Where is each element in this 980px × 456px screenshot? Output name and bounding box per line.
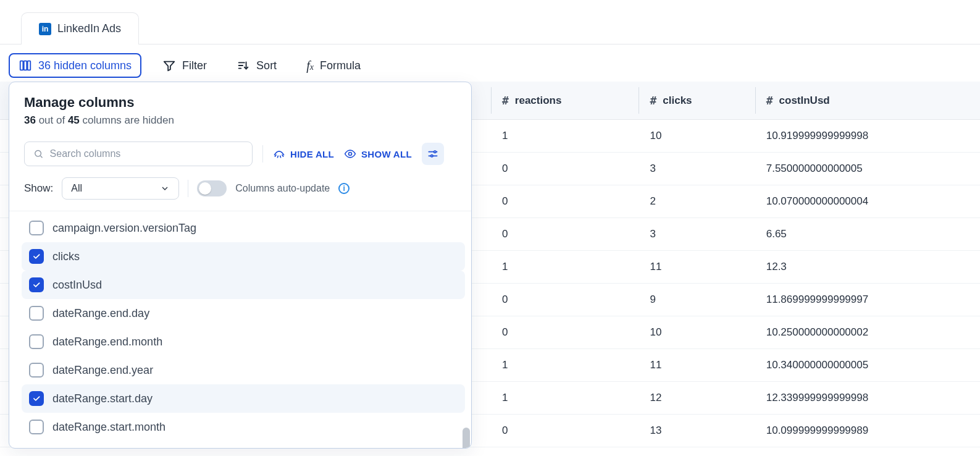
toolbar: 36 hidden columns Filter Sort fx Formula bbox=[0, 44, 980, 87]
svg-point-3 bbox=[35, 150, 41, 156]
svg-point-5 bbox=[434, 151, 436, 153]
manage-columns-popover: Manage columns 36 out of 45 columns are … bbox=[9, 82, 472, 449]
cell-costInUsd[interactable]: 10.099999999999989 bbox=[755, 415, 980, 447]
sort-button[interactable]: Sort bbox=[228, 54, 285, 77]
sort-icon bbox=[237, 59, 250, 72]
tab-linkedin-ads[interactable]: in LinkedIn Ads bbox=[21, 12, 139, 44]
cell-costInUsd[interactable]: 6.65 bbox=[755, 218, 980, 251]
cell-clicks[interactable]: 9 bbox=[639, 284, 755, 316]
checkbox[interactable] bbox=[29, 277, 44, 292]
auto-update-label: Columns auto-update bbox=[235, 183, 330, 194]
column-header-reactions[interactable]: #reactions bbox=[491, 82, 639, 120]
column-toggle-label: dateRange.end.year bbox=[52, 364, 153, 377]
cell-clicks[interactable]: 10 bbox=[639, 316, 755, 349]
popover-title: Manage columns bbox=[24, 95, 456, 111]
cell-costInUsd[interactable]: 7.550000000000005 bbox=[755, 153, 980, 185]
hidden-columns-button[interactable]: 36 hidden columns bbox=[9, 53, 141, 78]
column-toggle-item[interactable]: dateRange.end.day bbox=[22, 299, 465, 327]
tab-bar: in LinkedIn Ads bbox=[0, 0, 980, 44]
hide-all-label: HIDE ALL bbox=[290, 149, 334, 159]
cell-reactions[interactable]: 0 bbox=[491, 185, 639, 218]
cell-reactions[interactable]: 0 bbox=[491, 153, 639, 185]
cell-clicks[interactable]: 11 bbox=[639, 251, 755, 284]
checkbox[interactable] bbox=[29, 391, 44, 406]
cell-reactions[interactable]: 1 bbox=[491, 251, 639, 284]
show-select-value: All bbox=[71, 183, 82, 194]
cell-reactions[interactable]: 0 bbox=[491, 316, 639, 349]
chevron-down-icon bbox=[160, 184, 170, 193]
cell-costInUsd[interactable]: 11.869999999999997 bbox=[755, 284, 980, 316]
show-select[interactable]: All bbox=[62, 177, 179, 200]
cell-reactions[interactable]: 0 bbox=[491, 284, 639, 316]
svg-point-4 bbox=[349, 153, 352, 156]
column-settings-button[interactable] bbox=[422, 143, 444, 165]
popover-subtitle: 36 out of 45 columns are hidden bbox=[24, 114, 456, 127]
column-toggle-item[interactable]: costInUsd bbox=[22, 271, 465, 299]
cell-costInUsd[interactable]: 10.250000000000002 bbox=[755, 316, 980, 349]
funnel-icon bbox=[162, 59, 176, 72]
column-list[interactable]: campaign.version.versionTagclickscostInU… bbox=[9, 211, 471, 448]
cell-reactions[interactable]: 0 bbox=[491, 218, 639, 251]
column-toggle-item[interactable]: dateRange.end.month bbox=[22, 327, 465, 356]
auto-update-toggle[interactable] bbox=[197, 180, 227, 196]
scrollbar-thumb[interactable] bbox=[463, 428, 470, 448]
cell-costInUsd[interactable]: 10.919999999999998 bbox=[755, 120, 980, 153]
checkbox[interactable] bbox=[29, 420, 44, 434]
eye-icon bbox=[344, 148, 356, 160]
checkbox[interactable] bbox=[29, 306, 44, 321]
hidden-columns-label: 36 hidden columns bbox=[38, 59, 132, 72]
column-toggle-item[interactable]: campaign.version.versionTag bbox=[22, 214, 465, 242]
cell-costInUsd[interactable]: 12.3 bbox=[755, 251, 980, 284]
cell-costInUsd[interactable]: 10.070000000000004 bbox=[755, 185, 980, 218]
column-header-label: costInUsd bbox=[779, 95, 830, 107]
filter-label: Filter bbox=[182, 59, 207, 72]
formula-button[interactable]: fx Formula bbox=[298, 54, 369, 77]
column-header-label: reactions bbox=[515, 95, 562, 107]
cell-clicks[interactable]: 13 bbox=[639, 415, 755, 447]
cell-costInUsd[interactable]: 10.340000000000005 bbox=[755, 349, 980, 382]
column-toggle-label: campaign.version.versionTag bbox=[52, 222, 196, 235]
column-toggle-label: clicks bbox=[52, 250, 80, 263]
column-header-costInUsd[interactable]: #costInUsd bbox=[755, 82, 980, 120]
column-header-label: clicks bbox=[663, 95, 692, 107]
checkbox[interactable] bbox=[29, 221, 44, 235]
column-toggle-item[interactable]: dateRange.end.year bbox=[22, 356, 465, 384]
linkedin-icon: in bbox=[39, 23, 51, 35]
cell-reactions[interactable]: 1 bbox=[491, 120, 639, 153]
column-toggle-label: costInUsd bbox=[52, 279, 102, 292]
column-toggle-label: dateRange.start.month bbox=[52, 421, 165, 434]
svg-rect-1 bbox=[24, 61, 27, 70]
svg-point-6 bbox=[431, 155, 433, 157]
search-input[interactable] bbox=[50, 148, 243, 159]
column-toggle-item[interactable]: dateRange.start.day bbox=[22, 384, 465, 413]
hide-all-button[interactable]: HIDE ALL bbox=[273, 148, 334, 160]
show-all-label: SHOW ALL bbox=[361, 149, 412, 159]
show-label: Show: bbox=[24, 182, 53, 195]
checkbox[interactable] bbox=[29, 334, 44, 349]
checkbox[interactable] bbox=[29, 249, 44, 264]
cell-reactions[interactable]: 1 bbox=[491, 382, 639, 415]
cell-clicks[interactable]: 12 bbox=[639, 382, 755, 415]
svg-rect-2 bbox=[28, 61, 31, 70]
filter-button[interactable]: Filter bbox=[154, 54, 216, 77]
column-toggle-item[interactable]: dateRange.start.month bbox=[22, 413, 465, 441]
column-toggle-item[interactable]: clicks bbox=[22, 242, 465, 271]
divider bbox=[188, 180, 188, 197]
cell-clicks[interactable]: 10 bbox=[639, 120, 755, 153]
cell-clicks[interactable]: 3 bbox=[639, 218, 755, 251]
divider bbox=[262, 145, 263, 163]
column-header-clicks[interactable]: #clicks bbox=[639, 82, 755, 120]
cell-clicks[interactable]: 2 bbox=[639, 185, 755, 218]
search-columns-box[interactable] bbox=[24, 141, 253, 166]
cell-reactions[interactable]: 0 bbox=[491, 415, 639, 447]
cell-reactions[interactable]: 1 bbox=[491, 349, 639, 382]
checkbox[interactable] bbox=[29, 363, 44, 378]
column-toggle-label: dateRange.end.month bbox=[52, 336, 162, 348]
show-all-button[interactable]: SHOW ALL bbox=[344, 148, 412, 160]
cell-clicks[interactable]: 3 bbox=[639, 153, 755, 185]
cell-costInUsd[interactable]: 12.339999999999998 bbox=[755, 382, 980, 415]
cell-clicks[interactable]: 11 bbox=[639, 349, 755, 382]
number-type-icon: # bbox=[650, 94, 656, 107]
search-icon bbox=[33, 148, 44, 159]
info-icon[interactable]: i bbox=[338, 183, 350, 194]
